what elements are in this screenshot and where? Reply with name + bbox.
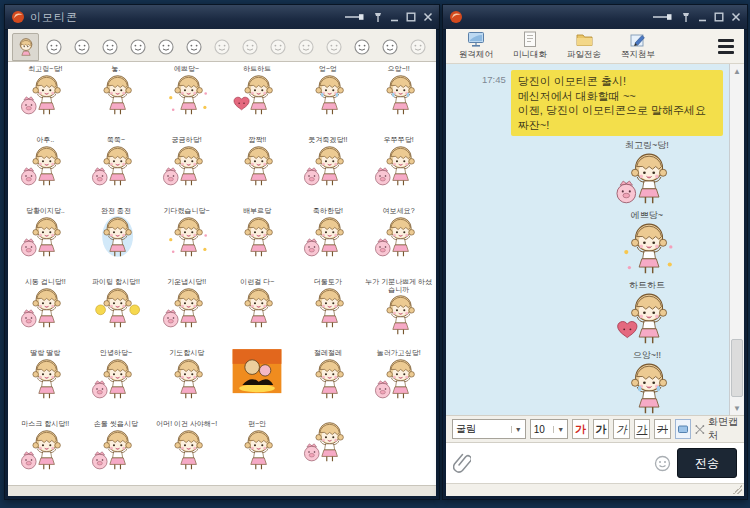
tab-boy-crewcut[interactable] [152,33,179,61]
sticker-cell[interactable]: 놓. [81,63,152,134]
tab-round-face[interactable] [293,33,320,61]
note-attach-button[interactable]: 쪽지첨부 [616,31,660,61]
sticker-cell[interactable]: 기다렸습니당~ [151,205,222,276]
mini-chat-button[interactable]: 미니대화 [508,31,552,61]
send-button[interactable]: 전송 [677,448,737,478]
tab-animal-face[interactable] [321,33,348,61]
opacity-slider[interactable] [652,10,674,24]
sticker-cell[interactable]: 더울토가 [293,276,364,347]
sticker-cell[interactable]: 여보세요? [363,205,434,276]
sticker-art [373,73,425,119]
sticker-cell[interactable]: 딸랑 딸랑 [10,347,81,418]
tab-couple[interactable] [405,33,432,61]
sticker-cell[interactable]: 배부르당 [222,205,293,276]
sticker-art [90,73,142,119]
font-color-button[interactable]: 가 [572,419,589,439]
screen-capture-button[interactable]: 화면캡처 [695,415,738,443]
emoticon-smiley-icon[interactable] [654,455,671,472]
face-icon [185,38,203,56]
scroll-thumb[interactable] [731,339,743,397]
pin-icon[interactable] [681,10,691,24]
sticker-cell[interactable]: 웃겨죽겠당!! [293,134,364,205]
tab-smiley[interactable] [40,33,67,61]
sticker-cell[interactable]: 시동 겁니당!! [10,276,81,347]
attachment-paperclip-icon[interactable] [453,452,471,474]
sticker-cell[interactable]: 기도합시당 [151,347,222,418]
maximize-button[interactable] [714,10,724,24]
sticker-cell[interactable]: 마스크 합시당!! [10,418,81,485]
tab-sparkle-face[interactable] [265,33,292,61]
face-icon [269,38,287,56]
sticker-art [302,73,354,119]
sticker-cell[interactable]: 편~안 [222,418,293,485]
sticker-art [90,357,142,403]
scroll-up-arrow[interactable]: ▲ [730,64,744,78]
sticker-cell[interactable]: 파이팅 합시당!! [81,276,152,347]
sticker-cell[interactable]: 으앙~!! [363,63,434,134]
sticker-art [373,144,425,190]
tab-eyes-pair[interactable] [180,33,207,61]
sticker-cell[interactable]: 우쭈쭈당! [363,134,434,205]
sticker-cell[interactable]: 축하한당! [293,205,364,276]
tab-ghost-face[interactable] [237,33,264,61]
tab-girl-profile[interactable] [349,33,376,61]
mini-window-icon [522,31,538,48]
sticker-cell[interactable]: 안녕하당~ [81,347,152,418]
bold-button[interactable]: 가 [593,419,610,439]
sticker-cell[interactable]: 엉~엉 [293,63,364,134]
sticker-cell[interactable]: 놀러가고싶당! [363,347,434,418]
pin-icon[interactable] [373,10,383,24]
font-family-select[interactable]: 굴림▼ [452,419,526,439]
sticker-cell[interactable]: 손을 씻읍시당 [81,418,152,485]
background-color-button[interactable] [675,419,692,439]
sticker-caption: 축하한당! [313,205,343,215]
close-button[interactable] [423,10,433,24]
sticker-cell[interactable]: 쭉쭉~ [81,134,152,205]
face-icon [45,38,63,56]
opacity-slider[interactable] [344,10,366,24]
file-transfer-button[interactable]: 파일전송 [562,31,606,61]
sticker-cell[interactable]: 완전 충전 [81,205,152,276]
tab-boy[interactable] [96,33,123,61]
sticker-cell[interactable]: 궁금하당! [151,134,222,205]
emoticon-window-titlebar: 이모티콘 [5,5,439,30]
message-input[interactable] [477,448,648,478]
sticker-art [231,73,283,119]
sticker-art [161,73,213,119]
minimize-button[interactable] [698,10,707,24]
chat-scrollbar[interactable]: ▲ ▼ [729,64,744,415]
minimize-button[interactable] [390,10,399,24]
font-size-select[interactable]: 10▼ [530,419,569,439]
resize-grip[interactable] [733,485,742,494]
sticker-art [231,349,283,395]
sticker-art [612,291,682,349]
sticker-cell[interactable]: 아후.. [10,134,81,205]
maximize-button[interactable] [406,10,416,24]
sticker-cell[interactable]: 누가 기분나쁘게 하셨습니까 [363,276,434,347]
sticker-cell[interactable]: 당황이지당.. [10,205,81,276]
sticker-cell[interactable]: 깜짝!! [222,134,293,205]
sticker-cell[interactable]: 최고링~당! [10,63,81,134]
tab-wink-tongue[interactable] [68,33,95,61]
remote-control-button[interactable]: 원격제어 [454,31,498,61]
sticker-cell[interactable]: 어머! 이건 사야해~! [151,418,222,485]
strikethrough-button[interactable]: 가 [654,419,671,439]
sticker-art [612,221,682,279]
italic-button[interactable]: 가 [613,419,630,439]
sticker-cell[interactable] [222,347,293,418]
sticker-cell[interactable]: 하트하트 [222,63,293,134]
sticker-cell[interactable]: 에쁘당~ [151,63,222,134]
underline-button[interactable]: 가 [634,419,651,439]
tab-open-mouth-face[interactable] [377,33,404,61]
tab-character-dangjin[interactable] [12,33,39,61]
sticker-cell[interactable]: 이런걸 다~ [222,276,293,347]
scroll-down-arrow[interactable]: ▼ [730,401,744,415]
tab-light-bulb[interactable] [208,33,235,61]
sticker-cell[interactable]: 절레절레 [293,347,364,418]
scroll-track[interactable] [730,78,744,401]
sticker-cell[interactable] [293,418,364,485]
close-button[interactable] [731,10,741,24]
hamburger-menu-icon[interactable] [718,39,736,54]
tab-woman[interactable] [124,33,151,61]
sticker-cell[interactable]: 기운냅시당!! [151,276,222,347]
